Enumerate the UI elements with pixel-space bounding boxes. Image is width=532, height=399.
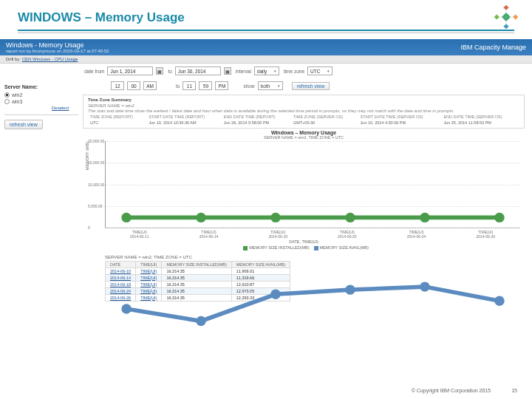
timezone-summary: Time Zone Summary SERVER NAME = win2 The… [83, 95, 525, 129]
svg-point-14 [196, 316, 205, 326]
banner-product: IBM Capacity Manage [460, 44, 526, 51]
tz-header: START DATE TIME (REPORT) [146, 114, 221, 120]
deselect-link[interactable]: Deselect [52, 106, 78, 110]
divider [18, 30, 514, 31]
date-from-input[interactable]: Jun 1, 2014 [107, 66, 153, 75]
calendar-icon[interactable]: ▦ [224, 67, 231, 75]
svg-point-12 [494, 213, 504, 222]
server-radio-win3[interactable]: win3 [4, 99, 78, 104]
server-name-label: Server Name: [4, 84, 78, 89]
ytick: 0 [88, 225, 90, 230]
ytick: 10,000.00 [88, 183, 104, 187]
refresh-view-button[interactable]: refresh view [292, 82, 330, 90]
banner-title: Windows - Memory Usage [6, 41, 84, 49]
tz-header: START DATE TIME (SERVER OS) [358, 114, 442, 120]
banner-subtitle: report run by Anonymous on 2015-03-17 at… [6, 49, 109, 53]
page-number: 15 [511, 388, 517, 393]
svg-point-15 [270, 290, 280, 299]
filter-toolbar: date from Jun 1, 2014 ▦ to Jun 30, 2014 … [83, 64, 525, 78]
svg-point-8 [196, 213, 205, 222]
drill-label: Drill by: [6, 57, 21, 61]
tz-header: END DATE TIME (SERVER OS) [441, 114, 519, 120]
to-label: to [176, 83, 180, 89]
to-label: to [168, 69, 171, 74]
divider [18, 33, 514, 33]
tz-header: END DATE TIME (REPORT) [222, 114, 291, 120]
calendar-icon[interactable]: ▦ [156, 67, 163, 75]
ytick: 5,000.00 [88, 204, 102, 208]
chart-ylabel: MEMORY (MB) [85, 142, 89, 170]
ytick: 20,000.00 [88, 139, 104, 143]
interval-select[interactable]: daily [254, 66, 279, 75]
tz-header: TIME ZONE (REPORT) [88, 114, 146, 120]
show-label: show [243, 83, 254, 89]
show-select[interactable]: both [258, 81, 283, 90]
svg-rect-1 [503, 24, 508, 29]
radio-label: win3 [12, 99, 22, 104]
time-from-ap[interactable]: AM [143, 81, 157, 90]
svg-rect-0 [503, 5, 508, 10]
radio-label: win2 [12, 92, 22, 98]
svg-point-11 [420, 213, 429, 222]
date-to-input[interactable]: Jun 30, 2014 [175, 66, 221, 75]
tz-cell: UTC [88, 120, 146, 126]
brand-logo [494, 4, 519, 31]
time-to-m[interactable]: 59 [199, 81, 212, 90]
svg-point-7 [121, 213, 131, 222]
svg-point-13 [121, 304, 131, 313]
copyright: © Copyright IBM Corporation 2015 [412, 388, 491, 393]
app-screenshot: Windows - Memory Usage report run by Ano… [0, 39, 532, 301]
time-to-h[interactable]: 11 [183, 81, 196, 90]
date-from-label: date from [84, 69, 104, 74]
svg-point-17 [420, 282, 429, 291]
tz-table: TIME ZONE (REPORT)START DATE TIME (REPOR… [88, 114, 519, 126]
tz-cell: GMT+05:30 [291, 120, 358, 126]
tz-cell: Jun 25, 2014 11:58:53 PM [441, 120, 519, 126]
memory-usage-chart: MEMORY (MB) 05,000.0010,000.0015,000.002… [105, 141, 520, 228]
refresh-view-button[interactable]: refresh view [4, 120, 43, 129]
sidebar: Server Name: win2 win3 Deselect refresh … [0, 64, 83, 301]
time-from-m[interactable]: 00 [127, 81, 140, 90]
interval-label: interval [236, 69, 251, 74]
svg-rect-2 [494, 14, 499, 19]
chart-title: Windows – Memory Usage [83, 130, 525, 135]
chart-subtitle: SERVER NAME = win2, TIME ZONE = UTC [83, 135, 525, 140]
time-to-ap[interactable]: PM [215, 81, 228, 90]
tz-title: Time Zone Summary [88, 98, 519, 102]
tz-header: TIME ZONE (SERVER OS) [291, 114, 358, 120]
svg-point-9 [270, 213, 280, 222]
tz-caption-name: SERVER NAME = win2 [88, 103, 519, 108]
timezone-label: time zone [284, 69, 304, 74]
svg-point-10 [345, 213, 355, 222]
time-from-h[interactable]: 12 [111, 81, 124, 90]
server-radio-win2[interactable]: win2 [4, 92, 78, 98]
radio-icon [4, 92, 10, 98]
drill-link[interactable]: CEN Windows - CPU Usage [22, 57, 78, 61]
tz-cell: Jun 10, 2014 10:39:30 AM [146, 120, 221, 126]
svg-point-16 [345, 284, 355, 294]
slide-title: WINDOWS – Memory Usage [18, 10, 514, 25]
filter-toolbar-2: 12 00 AM to 11 59 PM show both refresh v… [83, 78, 525, 93]
svg-point-18 [494, 296, 504, 305]
ytick: 15,000.00 [88, 160, 104, 165]
radio-icon [4, 99, 10, 104]
svg-rect-3 [513, 14, 518, 19]
drill-bar: Drill by: CEN Windows - CPU Usage [0, 55, 532, 64]
timezone-select[interactable]: UTC [307, 66, 332, 75]
tz-cell: Jun 26, 2014 5:58:00 PM [222, 120, 291, 126]
slide-footer: © Copyright IBM Corporation 2015 15 [412, 388, 517, 393]
tz-caption-note: The start and date time show the earlies… [88, 109, 519, 113]
app-banner: Windows - Memory Usage report run by Ano… [0, 39, 532, 55]
tz-cell: Jun 10, 2014 4:30:06 PM [358, 120, 442, 126]
